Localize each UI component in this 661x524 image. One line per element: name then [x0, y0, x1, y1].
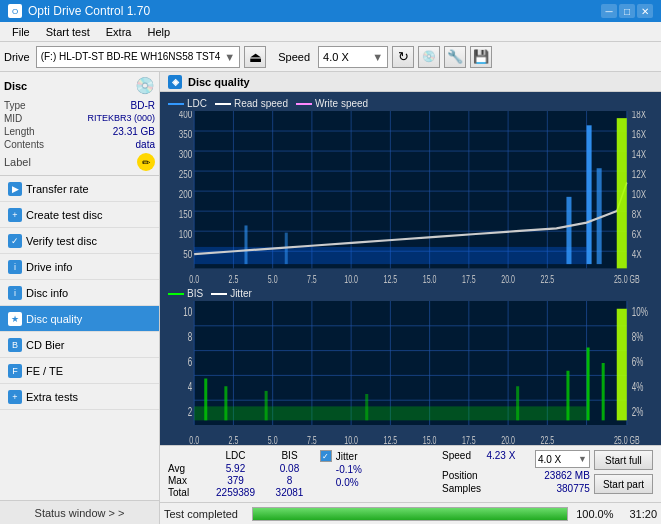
disc-button[interactable]: 💿	[418, 46, 440, 68]
minimize-button[interactable]: ─	[601, 4, 617, 18]
speed-label: Speed	[278, 51, 310, 63]
progress-time: 31:20	[629, 508, 657, 520]
bottom-chart-svg: 10 8 6 4 2 10% 8% 6% 4% 2% 0.0 2.5 5.0 7…	[164, 301, 657, 456]
progress-percent: 100.0%	[576, 508, 613, 520]
disc-contents-row: Contents data	[4, 138, 155, 151]
progress-row: Test completed 100.0% 31:20	[160, 502, 661, 524]
svg-text:6X: 6X	[632, 228, 642, 241]
refresh-button[interactable]: ↻	[392, 46, 414, 68]
menu-help[interactable]: Help	[139, 24, 178, 40]
svg-rect-73	[224, 386, 227, 420]
progress-fill	[253, 508, 567, 520]
svg-text:0.0: 0.0	[189, 273, 199, 285]
svg-rect-24	[244, 225, 247, 264]
svg-text:400: 400	[179, 111, 193, 120]
disc-length-label: Length	[4, 126, 35, 137]
nav-create-test-disc[interactable]: + Create test disc	[0, 202, 159, 228]
svg-text:150: 150	[179, 208, 193, 221]
svg-rect-75	[365, 394, 368, 420]
drive-info-icon: i	[8, 260, 22, 274]
svg-text:12.5: 12.5	[384, 273, 398, 285]
svg-text:4X: 4X	[632, 248, 642, 261]
disc-mid-label: MID	[4, 113, 22, 124]
max-jitter: 0.0%	[320, 477, 438, 488]
nav-cd-bier[interactable]: B CD Bier	[0, 332, 159, 358]
status-text: Test completed	[164, 508, 244, 520]
close-button[interactable]: ✕	[637, 4, 653, 18]
position-label: Position	[442, 470, 478, 481]
readspeed-legend-color	[215, 103, 231, 105]
svg-text:20.0: 20.0	[501, 273, 515, 285]
svg-text:5.0: 5.0	[268, 273, 278, 285]
svg-text:2%: 2%	[632, 405, 644, 418]
app-icon: O	[8, 4, 22, 18]
svg-rect-22	[587, 125, 592, 264]
maximize-button[interactable]: □	[619, 4, 635, 18]
toolbar: Drive (F:) HL-DT-ST BD-RE WH16NS58 TST4 …	[0, 42, 661, 72]
jitter-legend-color	[211, 293, 227, 295]
verify-test-disc-icon: ✓	[8, 234, 22, 248]
content-area: Disc quality LDC Read speed Wri	[160, 72, 661, 524]
svg-text:0.0: 0.0	[189, 434, 199, 446]
eject-button[interactable]: ⏏	[244, 46, 266, 68]
nav-disc-quality-label: Disc quality	[26, 313, 82, 325]
menu-extra[interactable]: Extra	[98, 24, 140, 40]
svg-text:25.0 GB: 25.0 GB	[614, 273, 640, 285]
speed-combo[interactable]: 4.0 X ▼	[318, 46, 388, 68]
disc-type-row: Type BD-R	[4, 99, 155, 112]
svg-text:22.5: 22.5	[540, 273, 554, 285]
nav-disc-quality[interactable]: ★ Disc quality	[0, 306, 159, 332]
svg-rect-54	[194, 301, 627, 425]
total-bis: 32081	[267, 487, 312, 498]
save-button[interactable]: 💾	[470, 46, 492, 68]
nav-drive-info-label: Drive info	[26, 261, 72, 273]
svg-text:25.0 GB: 25.0 GB	[614, 434, 640, 446]
nav-extra-tests-label: Extra tests	[26, 391, 78, 403]
svg-text:22.5: 22.5	[540, 434, 554, 446]
samples-value: 380775	[557, 483, 590, 494]
ldc-legend-color	[168, 103, 184, 105]
svg-rect-72	[204, 379, 207, 421]
disc-icon: 💿	[135, 76, 155, 95]
nav-fe-te-label: FE / TE	[26, 365, 63, 377]
svg-text:2: 2	[188, 405, 193, 418]
cd-bier-icon: B	[8, 338, 22, 352]
nav-fe-te[interactable]: F FE / TE	[0, 358, 159, 384]
progress-track	[252, 507, 568, 521]
writespeed-legend-color	[296, 103, 312, 105]
drive-combo[interactable]: (F:) HL-DT-ST BD-RE WH16NS58 TST4 ▼	[36, 46, 241, 68]
readspeed-legend-label: Read speed	[234, 98, 288, 109]
main-layout: Disc 💿 Type BD-R MID RITEKBR3 (000) Leng…	[0, 72, 661, 524]
content-title: Disc quality	[188, 76, 250, 88]
svg-text:100: 100	[179, 228, 193, 241]
nav-verify-test-disc[interactable]: ✓ Verify test disc	[0, 228, 159, 254]
nav-create-test-disc-label: Create test disc	[26, 209, 102, 221]
status-window-button[interactable]: Status window > >	[0, 500, 159, 524]
svg-text:8%: 8%	[632, 331, 644, 344]
nav-verify-test-disc-label: Verify test disc	[26, 235, 97, 247]
drive-value: (F:) HL-DT-ST BD-RE WH16NS58 TST4	[41, 51, 221, 62]
svg-rect-71	[194, 406, 586, 420]
svg-text:10.0: 10.0	[344, 434, 358, 446]
disc-contents-value: data	[136, 139, 155, 150]
position-value: 23862 MB	[544, 470, 590, 481]
readspeed-legend-item: Read speed	[215, 98, 288, 109]
nav-transfer-rate[interactable]: ▶ Transfer rate	[0, 176, 159, 202]
settings-button[interactable]: 🔧	[444, 46, 466, 68]
avg-bis: 0.08	[267, 463, 312, 474]
avg-ldc: 5.92	[208, 463, 263, 474]
max-label: Max	[168, 475, 204, 486]
titlebar-controls[interactable]: ─ □ ✕	[601, 4, 653, 18]
disc-quality-icon: ★	[8, 312, 22, 326]
disc-mid-value: RITEKBR3 (000)	[87, 113, 155, 124]
start-part-button[interactable]: Start part	[594, 474, 653, 494]
nav-extra-tests[interactable]: + Extra tests	[0, 384, 159, 410]
menu-file[interactable]: File	[4, 24, 38, 40]
menu-start-test[interactable]: Start test	[38, 24, 98, 40]
svg-text:10.0: 10.0	[344, 273, 358, 285]
titlebar-left: O Opti Drive Control 1.70	[8, 4, 150, 18]
samples-label: Samples	[442, 483, 481, 494]
nav-drive-info[interactable]: i Drive info	[0, 254, 159, 280]
nav-disc-info[interactable]: i Disc info	[0, 280, 159, 306]
label-icon-button[interactable]: ✏	[137, 153, 155, 171]
